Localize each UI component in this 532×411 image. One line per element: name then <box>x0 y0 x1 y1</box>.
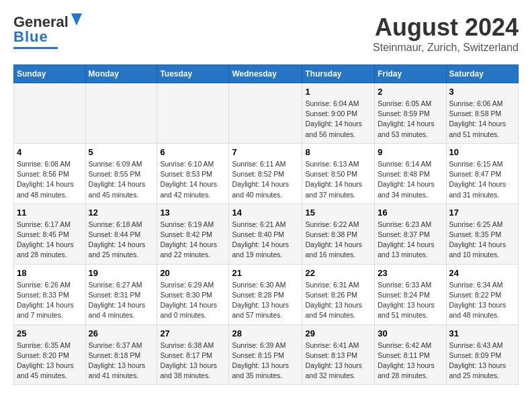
day-info: Sunrise: 6:35 AMSunset: 8:20 PMDaylight:… <box>17 340 83 381</box>
day-info: Sunrise: 6:22 AMSunset: 8:38 PMDaylight:… <box>305 220 371 261</box>
day-number: 31 <box>449 328 515 338</box>
calendar-cell: 13Sunrise: 6:19 AMSunset: 8:42 PMDayligh… <box>157 203 229 264</box>
weekday-header-tuesday: Tuesday <box>157 65 229 83</box>
calendar-cell: 21Sunrise: 6:30 AMSunset: 8:28 PMDayligh… <box>229 264 302 324</box>
day-info: Sunrise: 6:13 AMSunset: 8:50 PMDaylight:… <box>305 159 371 200</box>
calendar-cell: 23Sunrise: 6:33 AMSunset: 8:24 PMDayligh… <box>375 264 446 324</box>
calendar-cell: 17Sunrise: 6:25 AMSunset: 8:35 PMDayligh… <box>446 203 518 264</box>
day-info: Sunrise: 6:37 AMSunset: 8:18 PMDaylight:… <box>89 340 154 381</box>
calendar-cell <box>14 83 86 144</box>
calendar-week-2: 11Sunrise: 6:17 AMSunset: 8:45 PMDayligh… <box>14 203 519 264</box>
calendar-cell <box>85 83 157 144</box>
header: General Blue August 2024 Steinmaur, Zuri… <box>13 13 519 54</box>
day-number: 22 <box>305 268 371 278</box>
day-number: 25 <box>17 328 83 338</box>
day-number: 29 <box>305 328 371 338</box>
day-number: 2 <box>378 87 443 97</box>
day-info: Sunrise: 6:18 AMSunset: 8:44 PMDaylight:… <box>89 220 154 261</box>
day-number: 8 <box>305 147 371 157</box>
main-title: August 2024 <box>373 13 519 42</box>
day-info: Sunrise: 6:08 AMSunset: 8:56 PMDaylight:… <box>17 159 83 200</box>
calendar-cell: 22Sunrise: 6:31 AMSunset: 8:26 PMDayligh… <box>302 264 375 324</box>
day-info: Sunrise: 6:31 AMSunset: 8:26 PMDaylight:… <box>305 280 371 321</box>
calendar-cell: 30Sunrise: 6:42 AMSunset: 8:11 PMDayligh… <box>375 324 446 385</box>
calendar-cell: 2Sunrise: 6:05 AMSunset: 8:59 PMDaylight… <box>375 83 446 144</box>
day-number: 16 <box>378 208 443 218</box>
calendar-cell: 27Sunrise: 6:38 AMSunset: 8:17 PMDayligh… <box>157 324 229 385</box>
weekday-header-saturday: Saturday <box>446 65 518 83</box>
day-number: 19 <box>89 268 154 278</box>
weekday-header-friday: Friday <box>375 65 446 83</box>
calendar-cell: 20Sunrise: 6:29 AMSunset: 8:30 PMDayligh… <box>157 264 229 324</box>
day-number: 3 <box>449 87 515 97</box>
day-info: Sunrise: 6:26 AMSunset: 8:33 PMDaylight:… <box>17 280 83 321</box>
day-number: 28 <box>232 328 299 338</box>
day-info: Sunrise: 6:42 AMSunset: 8:11 PMDaylight:… <box>378 340 443 381</box>
calendar-cell: 6Sunrise: 6:10 AMSunset: 8:53 PMDaylight… <box>157 143 229 203</box>
calendar-table: SundayMondayTuesdayWednesdayThursdayFrid… <box>13 64 519 385</box>
day-info: Sunrise: 6:05 AMSunset: 8:59 PMDaylight:… <box>378 99 443 140</box>
calendar-cell: 18Sunrise: 6:26 AMSunset: 8:33 PMDayligh… <box>14 264 86 324</box>
logo-arrow-icon <box>70 13 83 28</box>
day-info: Sunrise: 6:23 AMSunset: 8:37 PMDaylight:… <box>378 220 443 261</box>
calendar-week-1: 4Sunrise: 6:08 AMSunset: 8:56 PMDaylight… <box>14 143 519 203</box>
day-info: Sunrise: 6:43 AMSunset: 8:09 PMDaylight:… <box>449 340 515 381</box>
calendar-cell: 29Sunrise: 6:41 AMSunset: 8:13 PMDayligh… <box>302 324 375 385</box>
day-info: Sunrise: 6:14 AMSunset: 8:48 PMDaylight:… <box>378 159 443 200</box>
calendar-cell: 9Sunrise: 6:14 AMSunset: 8:48 PMDaylight… <box>375 143 446 203</box>
day-number: 21 <box>232 268 299 278</box>
calendar-cell: 26Sunrise: 6:37 AMSunset: 8:18 PMDayligh… <box>85 324 157 385</box>
day-number: 23 <box>378 268 443 278</box>
calendar-cell: 3Sunrise: 6:06 AMSunset: 8:58 PMDaylight… <box>446 83 518 144</box>
day-number: 6 <box>160 147 226 157</box>
calendar-cell: 25Sunrise: 6:35 AMSunset: 8:20 PMDayligh… <box>14 324 86 385</box>
day-info: Sunrise: 6:21 AMSunset: 8:40 PMDaylight:… <box>232 220 299 261</box>
calendar-cell: 11Sunrise: 6:17 AMSunset: 8:45 PMDayligh… <box>14 203 86 264</box>
day-info: Sunrise: 6:27 AMSunset: 8:31 PMDaylight:… <box>89 280 154 321</box>
calendar-cell: 4Sunrise: 6:08 AMSunset: 8:56 PMDaylight… <box>14 143 86 203</box>
calendar-cell: 15Sunrise: 6:22 AMSunset: 8:38 PMDayligh… <box>302 203 375 264</box>
day-number: 11 <box>17 208 83 218</box>
day-info: Sunrise: 6:34 AMSunset: 8:22 PMDaylight:… <box>449 280 515 321</box>
day-info: Sunrise: 6:38 AMSunset: 8:17 PMDaylight:… <box>160 340 226 381</box>
weekday-header-wednesday: Wednesday <box>229 65 302 83</box>
day-info: Sunrise: 6:30 AMSunset: 8:28 PMDaylight:… <box>232 280 299 321</box>
subtitle: Steinmaur, Zurich, Switzerland <box>373 42 519 54</box>
svg-marker-0 <box>71 13 82 26</box>
calendar-cell: 5Sunrise: 6:09 AMSunset: 8:55 PMDaylight… <box>85 143 157 203</box>
day-info: Sunrise: 6:10 AMSunset: 8:53 PMDaylight:… <box>160 159 226 200</box>
weekday-header-thursday: Thursday <box>302 65 375 83</box>
calendar-cell: 24Sunrise: 6:34 AMSunset: 8:22 PMDayligh… <box>446 264 518 324</box>
day-info: Sunrise: 6:09 AMSunset: 8:55 PMDaylight:… <box>89 159 154 200</box>
calendar-cell: 8Sunrise: 6:13 AMSunset: 8:50 PMDaylight… <box>302 143 375 203</box>
calendar-cell: 1Sunrise: 6:04 AMSunset: 9:00 PMDaylight… <box>302 83 375 144</box>
calendar-cell <box>229 83 302 144</box>
calendar-cell: 28Sunrise: 6:39 AMSunset: 8:15 PMDayligh… <box>229 324 302 385</box>
day-number: 30 <box>378 328 443 338</box>
logo-blue: Blue <box>13 28 48 46</box>
day-number: 12 <box>89 208 154 218</box>
day-info: Sunrise: 6:41 AMSunset: 8:13 PMDaylight:… <box>305 340 371 381</box>
day-info: Sunrise: 6:06 AMSunset: 8:58 PMDaylight:… <box>449 99 515 140</box>
day-number: 15 <box>305 208 371 218</box>
calendar-cell: 7Sunrise: 6:11 AMSunset: 8:52 PMDaylight… <box>229 143 302 203</box>
calendar-cell: 14Sunrise: 6:21 AMSunset: 8:40 PMDayligh… <box>229 203 302 264</box>
day-number: 24 <box>449 268 515 278</box>
calendar-body: 1Sunrise: 6:04 AMSunset: 9:00 PMDaylight… <box>14 83 519 385</box>
day-number: 5 <box>89 147 154 157</box>
day-number: 7 <box>232 147 299 157</box>
day-number: 18 <box>17 268 83 278</box>
day-info: Sunrise: 6:15 AMSunset: 8:47 PMDaylight:… <box>449 159 515 200</box>
day-info: Sunrise: 6:04 AMSunset: 9:00 PMDaylight:… <box>305 99 371 140</box>
calendar-cell: 31Sunrise: 6:43 AMSunset: 8:09 PMDayligh… <box>446 324 518 385</box>
day-number: 17 <box>449 208 515 218</box>
day-info: Sunrise: 6:25 AMSunset: 8:35 PMDaylight:… <box>449 220 515 261</box>
day-number: 1 <box>305 87 371 97</box>
calendar-week-3: 18Sunrise: 6:26 AMSunset: 8:33 PMDayligh… <box>14 264 519 324</box>
day-number: 26 <box>89 328 154 338</box>
day-info: Sunrise: 6:29 AMSunset: 8:30 PMDaylight:… <box>160 280 226 321</box>
calendar-header: SundayMondayTuesdayWednesdayThursdayFrid… <box>14 65 519 83</box>
calendar-cell <box>157 83 229 144</box>
calendar-cell: 16Sunrise: 6:23 AMSunset: 8:37 PMDayligh… <box>375 203 446 264</box>
day-number: 13 <box>160 208 226 218</box>
